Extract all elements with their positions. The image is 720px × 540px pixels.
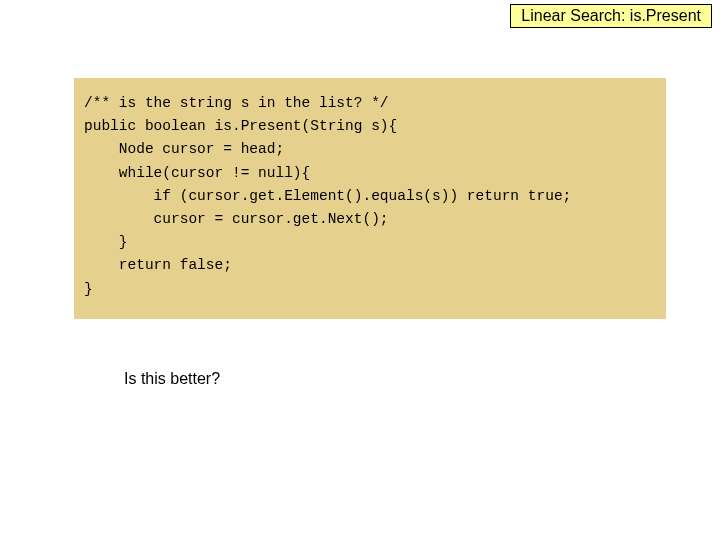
question-text: Is this better?	[124, 370, 220, 388]
code-block: /** is the string s in the list? */ publ…	[74, 78, 666, 319]
slide-title: Linear Search: is.Present	[510, 4, 712, 28]
